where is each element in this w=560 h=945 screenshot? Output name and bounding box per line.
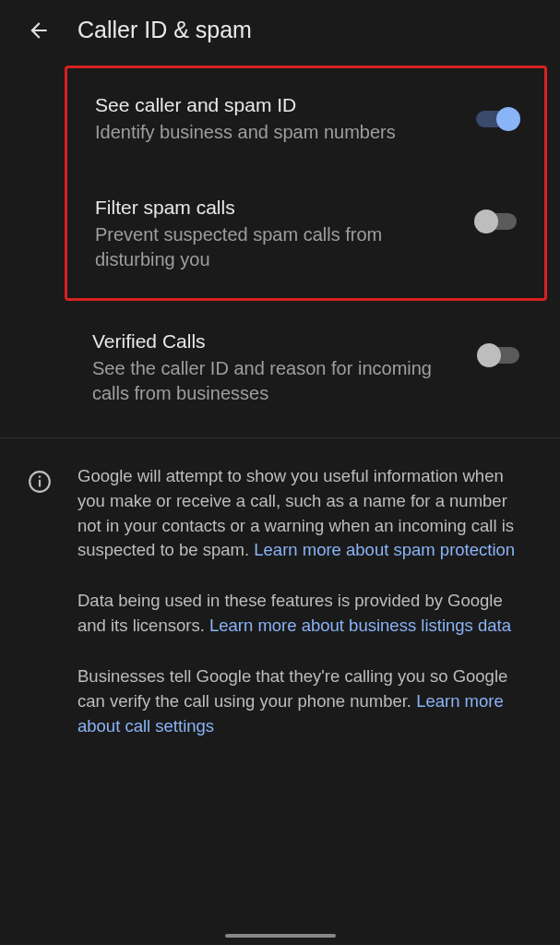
setting-text: Filter spam calls Prevent suspected spam… — [95, 197, 458, 272]
header: Caller ID & spam — [0, 0, 560, 60]
setting-text: Verified Calls See the caller ID and rea… — [92, 330, 460, 406]
info-text: Google will attempt to show you useful i… — [77, 464, 527, 764]
page-title: Caller ID & spam — [77, 17, 252, 43]
toggle-thumb — [474, 209, 498, 233]
toggle-filter-spam[interactable] — [476, 213, 517, 230]
setting-title: Filter spam calls — [95, 197, 458, 219]
setting-description: Prevent suspected spam calls from distur… — [95, 222, 458, 272]
svg-rect-1 — [39, 480, 41, 487]
toggle-thumb — [477, 343, 501, 367]
setting-title: Verified Calls — [92, 330, 460, 353]
setting-title: See caller and spam ID — [95, 94, 458, 116]
info-paragraph-1: Google will attempt to show you useful i… — [77, 464, 527, 563]
home-indicator[interactable] — [225, 934, 336, 938]
link-spam-protection[interactable]: Learn more about spam protection — [254, 540, 515, 559]
setting-text: See caller and spam ID Identify business… — [95, 94, 458, 145]
setting-filter-spam[interactable]: Filter spam calls Prevent suspected spam… — [95, 197, 517, 272]
arrow-back-icon — [27, 18, 51, 42]
toggle-thumb — [496, 107, 520, 131]
setting-see-caller-id[interactable]: See caller and spam ID Identify business… — [95, 94, 517, 145]
toggle-verified-calls[interactable] — [479, 347, 519, 364]
info-paragraph-3: Businesses tell Google that they're call… — [77, 664, 527, 738]
highlighted-settings-group: See caller and spam ID Identify business… — [65, 66, 547, 301]
info-section: Google will attempt to show you useful i… — [0, 438, 560, 764]
setting-verified-calls[interactable]: Verified Calls See the caller ID and rea… — [0, 301, 560, 437]
back-button[interactable] — [26, 18, 52, 43]
setting-description: See the caller ID and reason for incomin… — [92, 356, 460, 406]
toggle-see-caller-id[interactable] — [476, 111, 517, 127]
info-paragraph-2: Data being used in these features is pro… — [77, 589, 527, 639]
svg-rect-2 — [39, 476, 41, 478]
link-business-listings[interactable]: Learn more about business listings data — [209, 616, 511, 635]
info-icon — [28, 470, 52, 494]
setting-description: Identify business and spam numbers — [95, 120, 458, 145]
